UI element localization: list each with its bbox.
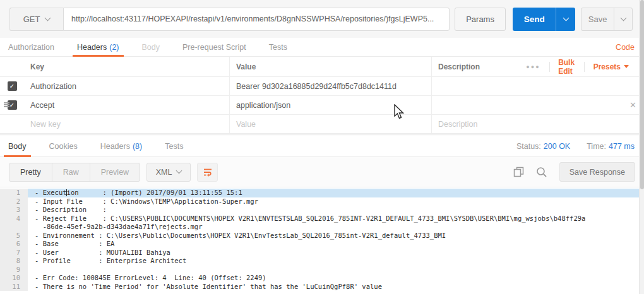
chevron-down-icon: [620, 15, 626, 21]
response-tabs: BodyCookiesHeaders(8)Tests Status:200 OK…: [0, 136, 644, 157]
headers-table: Key Value Description ●●● Bulk Edit Pres…: [0, 57, 644, 134]
tab-label: Body: [142, 43, 160, 52]
line-number: 8: [0, 257, 28, 266]
response-tab-body[interactable]: Body: [6, 136, 28, 156]
code-line: 7- User : MOUTALIBI Bahiya: [0, 249, 644, 257]
code-link[interactable]: Code: [616, 38, 635, 56]
response-toolbar: PrettyRawPreview XML: [0, 157, 644, 187]
bulk-edit-link[interactable]: Bulk Edit: [549, 58, 584, 76]
response-tab-headers[interactable]: Headers(8): [98, 136, 145, 156]
response-tab-label: Cookies: [49, 142, 78, 151]
save-options-button[interactable]: [614, 8, 632, 30]
line-number: 10: [0, 274, 28, 283]
wrap-text-icon: [203, 167, 213, 177]
tab-tests[interactable]: Tests: [267, 38, 289, 56]
save-button-label[interactable]: Save: [581, 8, 614, 30]
wrap-text-button[interactable]: [197, 163, 218, 182]
tab-pre-request-script[interactable]: Pre-request Script: [181, 38, 248, 56]
view-mode-pretty[interactable]: Pretty: [9, 163, 52, 181]
row-checkbox[interactable]: ✓: [8, 100, 17, 110]
response-tool-icons: Save Response: [513, 162, 635, 182]
chevron-down-icon: [176, 168, 182, 174]
tab-label: Pre-request Script: [182, 43, 246, 52]
request-tabs: AuthorizationHeaders(2)BodyPre-request S…: [0, 38, 644, 57]
response-tab-tests[interactable]: Tests: [163, 136, 185, 156]
format-select-label: XML: [156, 168, 172, 177]
send-options-button[interactable]: [556, 8, 575, 31]
line-number: 11: [0, 283, 28, 291]
params-button[interactable]: Params: [455, 8, 506, 31]
header-description-cell[interactable]: [431, 96, 644, 114]
line-text: - Err Code: 100845E ErrorLevel: 4 Line: …: [28, 274, 644, 283]
response-meta: Status:200 OK Time:477 ms: [516, 136, 635, 156]
tab-count: (2): [109, 43, 119, 52]
line-text: - Reject File : C:\USERS\PUBLIC\DOCUMENT…: [28, 215, 644, 223]
line-number: 1: [0, 189, 28, 197]
tab-headers[interactable]: Headers(2): [75, 38, 121, 56]
format-select[interactable]: XML: [146, 163, 191, 182]
chevron-down-icon: [563, 15, 569, 21]
view-mode-raw[interactable]: Raw: [52, 163, 90, 181]
response-body[interactable]: 1- Execution : (Import) 2017/09/01 13:11…: [0, 187, 644, 293]
search-button[interactable]: [535, 166, 548, 179]
row-checkbox[interactable]: ✓: [8, 81, 17, 91]
code-line: 8- Profile : Enterprise Architect: [0, 257, 644, 266]
save-response-button[interactable]: Save Response: [559, 162, 635, 182]
line-text: - Environnement : C:\Users\Public\Docume…: [28, 232, 644, 240]
scrollbar-thumb[interactable]: [640, 0, 644, 189]
headers-table-header: Key Value Description ●●● Bulk Edit Pres…: [0, 57, 644, 77]
line-text: - Execution : (Import) 2017/09/01 13:11:…: [28, 189, 644, 197]
response-tab-label: Body: [8, 142, 27, 151]
line-text: - User : MOUTALIBI Bahiya: [28, 249, 644, 257]
code-lines: 1- Execution : (Import) 2017/09/01 13:11…: [0, 189, 644, 291]
tab-label: Headers: [77, 43, 107, 52]
line-text: - Base : EA: [28, 240, 644, 249]
save-button[interactable]: Save: [581, 8, 633, 31]
new-value-input[interactable]: Value: [229, 115, 431, 133]
tab-authorization[interactable]: Authorization: [6, 38, 56, 56]
new-description-input[interactable]: Description: [431, 115, 644, 133]
code-line: -86de-45ef-9a2b-d343dae4a71f\rejects.mgr: [0, 223, 644, 232]
header-key-cell[interactable]: Accept: [24, 96, 229, 114]
view-mode-switch: PrettyRawPreview: [9, 163, 140, 182]
header-value-cell[interactable]: Bearer 9d302a16885d29d24ffb5c7d8dc1411d: [229, 77, 431, 95]
triangle-down-icon: [624, 65, 629, 68]
delete-header-icon[interactable]: ✕: [629, 101, 636, 109]
http-method-select[interactable]: GET: [9, 8, 63, 31]
more-options-icon[interactable]: ●●●: [517, 64, 549, 70]
header-key-cell[interactable]: Authorization: [24, 77, 229, 95]
http-method-label: GET: [23, 15, 40, 24]
line-number: 9: [0, 266, 28, 274]
header-description-cell[interactable]: [431, 77, 644, 95]
line-number: [0, 223, 28, 232]
header-rows: ✓AuthorizationBearer 9d302a16885d29d24ff…: [0, 77, 644, 115]
code-line: 2- Input File : C:\Windows\TEMP\Applicat…: [0, 197, 644, 206]
line-number: 5: [0, 232, 28, 240]
send-button-label[interactable]: Send: [513, 8, 556, 31]
tab-label: Authorization: [8, 43, 54, 52]
presets-dropdown[interactable]: Presets: [585, 62, 638, 71]
new-key-input[interactable]: New key: [24, 115, 229, 133]
copy-button[interactable]: [513, 166, 525, 179]
column-header-key: Key: [24, 57, 229, 76]
drag-handle-icon[interactable]: [4, 104, 9, 105]
copy-icon: [513, 167, 524, 177]
tab-body[interactable]: Body: [140, 38, 162, 56]
table-row: ✓Acceptapplication/json✕: [0, 96, 644, 115]
code-line: 10- Err Code: 100845E ErrorLevel: 4 Line…: [0, 274, 644, 283]
response-tab-cookies[interactable]: Cookies: [47, 136, 80, 156]
status-badge: Status:200 OK: [516, 142, 570, 151]
table-row: ✓AuthorizationBearer 9d302a16885d29d24ff…: [0, 77, 644, 96]
line-text: - Input File : C:\Windows\TEMP\Applicati…: [28, 197, 644, 206]
code-line: 3- Description :: [0, 206, 644, 215]
header-value-cell[interactable]: application/json: [229, 96, 431, 114]
tab-label: Tests: [269, 43, 287, 52]
vertical-scrollbar[interactable]: [639, 0, 644, 294]
code-line: 1- Execution : (Import) 2017/09/01 13:11…: [0, 189, 644, 197]
send-button[interactable]: Send: [513, 8, 575, 31]
view-mode-preview[interactable]: Preview: [90, 163, 140, 181]
response-tab-label: Headers: [100, 142, 130, 151]
url-input[interactable]: [63, 8, 450, 31]
line-number: 6: [0, 240, 28, 249]
line-text: - There is no 'Time Period' for 'Absolut…: [28, 283, 644, 291]
